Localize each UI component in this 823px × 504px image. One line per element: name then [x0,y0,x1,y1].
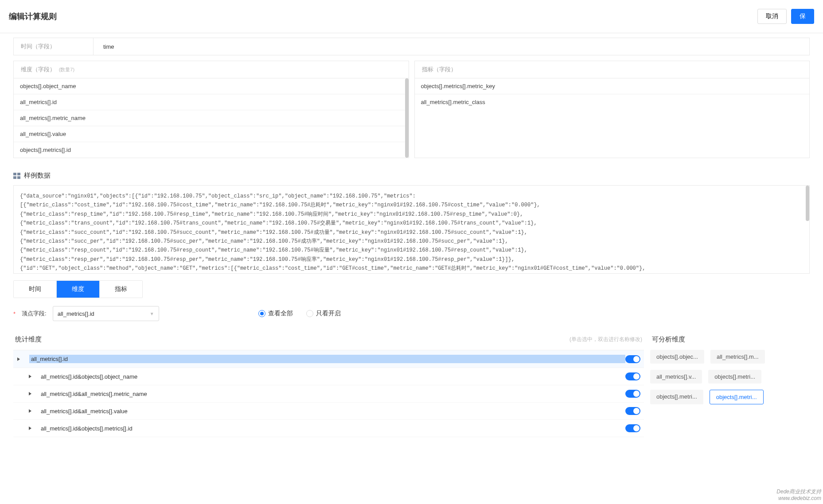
page-title: 编辑计算规则 [9,11,57,22]
radio-icon [258,310,265,317]
analyzable-tag[interactable]: all_metrics[].m... [710,350,765,364]
chevron-down-icon: ▼ [150,311,154,316]
tree-item[interactable]: all_metrics[].id [13,350,644,368]
analyzable-title: 可分析维度 [652,335,685,344]
radio-view-enabled[interactable]: 只看开启 [306,310,341,318]
radio-view-all[interactable]: 查看全部 [258,310,293,318]
analyzable-tag[interactable]: all_metrics[].v... [650,370,702,384]
stat-dim-head: 统计维度 (单击选中，双击进行名称修改) [13,330,644,350]
tree-item[interactable]: all_metrics[].id&all_metrics[].value [13,403,644,420]
tree-item-label: all_metrics[].id [29,355,625,363]
time-field-value[interactable]: time [94,39,809,54]
radio-enabled-label: 只看开启 [316,310,341,318]
metric-column-header: 指标（字段） [415,61,810,78]
header-actions: 取消 保 [757,9,814,24]
dimension-list[interactable]: objects[].object_name all_metrics[].id a… [14,78,409,158]
caret-right-icon[interactable] [28,409,32,413]
dimension-body: objects[].object_name all_metrics[].id a… [14,78,409,158]
required-star: * [13,310,16,317]
top-field-row: * 顶点字段: all_metrics[].id ▼ 查看全部 只看开启 [13,306,810,321]
analyzable-tag[interactable]: objects[].metri... [650,390,703,404]
dimension-item[interactable]: objects[].object_name [14,78,409,94]
toggle-switch[interactable] [625,355,640,363]
tab-metric[interactable]: 指标 [100,281,142,298]
page-header: 编辑计算规则 取消 保 [0,0,823,33]
metric-item[interactable]: all_metrics[].metric_class [415,94,810,110]
sample-data-section: 样例数据 {"data_source":"nginx01","objects":… [13,171,810,274]
svg-rect-3 [17,176,20,179]
tab-group: 时间 维度 指标 [13,280,143,298]
save-button[interactable]: 保 [791,9,814,24]
metric-list[interactable]: objects[].metrics[].metric_key all_metri… [415,78,810,110]
caret-right-icon[interactable] [17,357,20,361]
dimension-header-text: 维度（字段） [21,66,55,73]
dimension-column-header: 维度（字段） (数量7) [14,61,409,78]
top-field-select[interactable]: all_metrics[].id ▼ [53,306,159,321]
tree-item-label: all_metrics[].id&objects[].object_name [41,373,625,380]
stat-dim-hint: (单击选中，双击进行名称修改) [569,336,642,343]
caret-right-icon[interactable] [28,426,32,430]
dimension-count-hint: (数量7) [59,67,74,72]
dimension-scrollbar[interactable] [405,78,409,158]
dimension-item[interactable]: objects[].metrics[].id [14,142,409,158]
time-field-label: 时间（字段） [14,38,94,55]
caret-right-icon[interactable] [28,392,32,395]
radio-all-label: 查看全部 [268,310,293,318]
bottom-panels: 统计维度 (单击选中，双击进行名称修改) all_metrics[].id al… [13,330,810,437]
svg-rect-0 [13,173,16,175]
view-radio-group: 查看全部 只看开启 [258,310,341,318]
tab-time[interactable]: 时间 [14,281,57,298]
toggle-switch[interactable] [625,424,640,432]
dimension-item[interactable]: all_metrics[].id [14,94,409,110]
sample-data-title: 样例数据 [24,171,51,180]
content-area: 时间（字段） time 维度（字段） (数量7) objects[].objec… [0,33,823,442]
analyzable-tag[interactable]: objects[].metri... [708,370,761,384]
stat-dim-title: 统计维度 [15,335,42,344]
stat-dim-tree: all_metrics[].id all_metrics[].id&object… [13,350,644,437]
tree-item-label: all_metrics[].id&all_metrics[].value [41,408,625,415]
metric-body: objects[].metrics[].metric_key all_metri… [415,78,810,110]
caret-right-icon[interactable] [28,375,32,378]
svg-rect-1 [17,173,20,175]
sample-scrollbar[interactable] [806,186,809,221]
tree-item[interactable]: all_metrics[].id&objects[].metrics[].id [13,420,644,437]
cancel-button[interactable]: 取消 [757,9,787,24]
time-field-row: 时间（字段） time [13,38,810,55]
dimension-item[interactable]: all_metrics[].value [14,126,409,142]
toggle-switch[interactable] [625,407,640,415]
analyzable-tag[interactable]: objects[].objec... [650,350,704,364]
tab-dimension[interactable]: 维度 [57,281,100,298]
radio-icon [306,310,313,317]
analyzable-tags: objects[].objec... all_metrics[].m... al… [650,350,810,404]
toggle-switch[interactable] [625,372,640,380]
tree-item[interactable]: all_metrics[].id&objects[].object_name [13,368,644,385]
dimension-column: 维度（字段） (数量7) objects[].object_name all_m… [13,61,409,158]
tab-row: 时间 维度 指标 [13,280,810,298]
stat-dimension-panel: 统计维度 (单击选中，双击进行名称修改) all_metrics[].id al… [13,330,644,437]
svg-rect-2 [13,176,16,179]
analyzable-tag[interactable]: objects[].metri... [710,390,764,404]
metric-item[interactable]: objects[].metrics[].metric_key [415,78,810,94]
top-field-value: all_metrics[].id [58,310,94,317]
tree-item[interactable]: all_metrics[].id&all_metrics[].metric_na… [13,385,644,403]
sample-data-box[interactable]: {"data_source":"nginx01","objects":[{"id… [13,185,810,274]
dimension-item[interactable]: all_metrics[].metric_name [14,110,409,126]
sample-header: 样例数据 [13,171,810,180]
analyzable-panel: 可分析维度 objects[].objec... all_metrics[].m… [650,330,810,437]
metric-column: 指标（字段） objects[].metrics[].metric_key al… [414,61,810,158]
analyzable-head: 可分析维度 [650,330,810,350]
sample-data-text: {"data_source":"nginx01","objects":[{"id… [20,193,645,271]
field-columns: 维度（字段） (数量7) objects[].object_name all_m… [13,61,810,158]
sample-data-icon [13,173,20,179]
tree-item-label: all_metrics[].id&objects[].metrics[].id [41,425,625,432]
toggle-switch[interactable] [625,390,640,398]
tree-item-label: all_metrics[].id&all_metrics[].metric_na… [41,391,625,397]
top-field-label: 顶点字段: [22,310,47,318]
